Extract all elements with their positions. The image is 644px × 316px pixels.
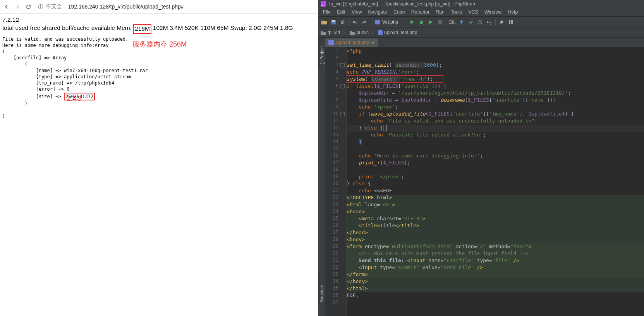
- crumb-public[interactable]: public: [350, 30, 369, 35]
- menu-bar: File Edit View Navigate Code Refactor Ru…: [318, 8, 644, 17]
- editor[interactable]: 12 3− 45 6− 789 10− 11121314 15161718 19…: [325, 47, 644, 316]
- browser-pane: 不安全 | 192.168.240.128/tp_virt/public/upl…: [0, 0, 318, 316]
- fold-icon[interactable]: −: [340, 112, 345, 116]
- vcs-update-icon[interactable]: [458, 19, 465, 26]
- chevron-down-icon: [400, 21, 404, 23]
- breadcrumbs: tp_virt 〉 public 〉 upload_test.php: [318, 28, 644, 38]
- tab-upload-test[interactable]: upload_test.php ✕: [325, 38, 378, 47]
- info-icon: [38, 4, 43, 9]
- crumb-project[interactable]: tp_virt: [321, 30, 340, 35]
- run-config-combo[interactable]: Virt.php: [373, 18, 406, 26]
- coverage-icon[interactable]: [427, 19, 434, 26]
- mem-prefix: total used free shared buff/cache availa…: [2, 24, 132, 34]
- menu-vcs[interactable]: VCS: [465, 9, 481, 16]
- stop-button[interactable]: [436, 19, 443, 26]
- tab-label: upload_test.php: [336, 40, 369, 45]
- mem-boxed-value: 216M: [133, 24, 151, 34]
- nav-forward-button[interactable]: [13, 2, 22, 11]
- save-all-icon[interactable]: [330, 19, 337, 26]
- svg-rect-6: [332, 20, 335, 22]
- structure-popup-icon[interactable]: [507, 19, 514, 26]
- git-label: Git:: [448, 19, 456, 25]
- menu-help[interactable]: Help: [505, 9, 521, 16]
- debug-button[interactable]: [418, 19, 425, 26]
- php-version: 7.2.12: [2, 16, 316, 24]
- php-file-icon: [375, 20, 380, 24]
- menu-file[interactable]: File: [320, 9, 334, 16]
- svg-rect-2: [40, 5, 41, 6]
- annotation-server-mem: 服务器内存 256M: [132, 40, 187, 49]
- php-file-icon: [328, 40, 334, 45]
- mem-rest: 102M 3.4M 520K 110M 65M Swap: 2.0G 245M …: [153, 24, 293, 34]
- run-button[interactable]: [409, 19, 416, 26]
- svg-rect-14: [511, 22, 513, 24]
- menu-edit[interactable]: Edit: [334, 9, 349, 16]
- menu-run[interactable]: Run: [433, 9, 448, 16]
- menu-tools[interactable]: Tools: [448, 9, 465, 16]
- vcs-history-icon[interactable]: [477, 19, 484, 26]
- menu-navigate[interactable]: Navigate: [365, 9, 390, 16]
- close-tab-icon[interactable]: ✕: [371, 40, 375, 45]
- undo-icon[interactable]: [351, 19, 358, 26]
- fold-icon[interactable]: −: [340, 63, 345, 67]
- svg-rect-7: [375, 20, 380, 24]
- crumb-file[interactable]: upload_test.php: [378, 30, 417, 35]
- svg-rect-13: [511, 20, 513, 22]
- menu-view[interactable]: View: [349, 9, 365, 16]
- ide-pane: tp_virt [E:\github\tp_virt] - ...\public…: [318, 0, 644, 316]
- fold-icon[interactable]: −: [340, 84, 345, 88]
- svg-rect-15: [378, 30, 383, 35]
- ide-title-bar: tp_virt [E:\github\tp_virt] - ...\public…: [318, 0, 644, 8]
- svg-rect-3: [321, 1, 326, 7]
- sidebar-structure-label[interactable]: Structure: [318, 273, 325, 304]
- menu-window[interactable]: Window: [481, 9, 505, 16]
- reload-button[interactable]: [24, 2, 33, 11]
- annotation-24g: 2.4G: [67, 95, 82, 103]
- insecure-label: 不安全: [46, 3, 62, 10]
- svg-rect-1: [40, 6, 41, 8]
- ide-title: tp_virt [E:\github\tp_virt] - ...\public…: [329, 1, 475, 7]
- editor-tabs: upload_test.php ✕: [318, 38, 644, 47]
- phpstorm-logo-icon: [321, 1, 326, 7]
- menu-code[interactable]: Code: [390, 9, 408, 16]
- gutter: 12 3− 45 6− 789 10− 11121314 15161718 19…: [325, 47, 347, 316]
- toolbar: Virt.php Git:: [318, 17, 644, 28]
- sidebar-project-label[interactable]: 1: Project: [318, 39, 325, 67]
- redo-icon[interactable]: [361, 19, 368, 26]
- svg-rect-10: [438, 20, 442, 24]
- svg-rect-4: [321, 5, 323, 6]
- svg-rect-12: [509, 20, 510, 24]
- settings-icon[interactable]: [498, 19, 505, 26]
- run-config-label: Virt.php: [382, 19, 398, 25]
- open-icon[interactable]: [321, 19, 328, 26]
- sync-icon[interactable]: [339, 19, 346, 26]
- address-bar: 不安全 | 192.168.240.128/tp_virt/public/upl…: [0, 0, 318, 14]
- menu-refactor[interactable]: Refactor: [408, 9, 433, 16]
- url-text: 192.168.240.128/tp_virt/public/upload_te…: [68, 3, 184, 10]
- svg-point-8: [420, 21, 423, 24]
- svg-rect-9: [428, 23, 431, 24]
- nav-back-button[interactable]: [2, 2, 11, 11]
- page-content: 7.2.12 total used free shared buff/cache…: [0, 14, 318, 121]
- vcs-commit-icon[interactable]: [467, 19, 474, 26]
- code-area[interactable]: <?php set_time_limit( seconds: 3600); ec…: [347, 47, 644, 316]
- url-field[interactable]: 不安全 | 192.168.240.128/tp_virt/public/upl…: [35, 2, 316, 12]
- vcs-revert-icon[interactable]: [486, 19, 493, 26]
